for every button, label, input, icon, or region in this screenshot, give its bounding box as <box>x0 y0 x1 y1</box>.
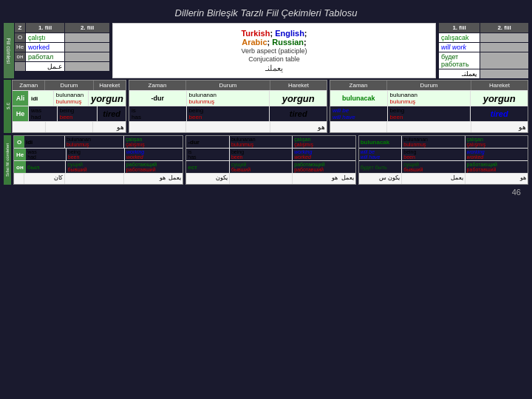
ali-person: Ali <box>13 91 29 106</box>
arabic-row-left <box>15 62 25 71</box>
ishas-row: is has being been tired <box>129 106 327 121</box>
right-2fiil-arab <box>480 69 528 78</box>
word-calistı: çalıştı <box>26 33 64 42</box>
arabic-subrow-2: هو <box>129 121 327 132</box>
2fiil-He <box>65 43 109 52</box>
right-willwork: will work <box>439 43 480 52</box>
english-label: English <box>275 29 304 38</box>
he-durum: being been <box>58 106 98 121</box>
col-2fiil-header: 2. fiil <box>65 23 109 33</box>
2fiil-arabic-left <box>65 62 109 71</box>
sifat-He-row: He washad being been working worked <box>14 149 183 161</box>
col-1fiil-header: 1. fiil <box>26 23 64 33</box>
word-worked: worked <box>26 43 64 52</box>
ali-hareket: yorgun <box>89 91 126 106</box>
sifat3-O-row: bulunacak bulunanan bulunmuş çalışan çal… <box>359 136 528 149</box>
sifat-O-row: O idi bulunanan bulunmuş çalışan çalışmı… <box>14 136 183 149</box>
right-budet: будет работать <box>439 52 480 69</box>
sifat-He-person: He <box>14 149 26 160</box>
right-2fiil-O <box>480 33 528 42</box>
person-O: O <box>15 33 25 42</box>
sifat-panel3: bulunacak bulunanan bulunmuş çalışan çal… <box>358 135 528 185</box>
sifat-label: Sıfat fiil cümleleri <box>4 135 11 185</box>
right-arabic-word: يعملنـ <box>439 69 480 78</box>
right-calisacak: çalışacak <box>439 33 480 42</box>
sifat-arabic-row1: كان يعمل هو <box>14 174 183 184</box>
ali-zaman: idi <box>29 91 54 106</box>
col-z-header: Z <box>15 23 25 33</box>
willbe-durum: being been <box>388 106 471 121</box>
russian-label: Russian <box>272 38 304 47</box>
person-on: он <box>15 52 25 61</box>
panel3-header: Zaman Durum Hareket <box>330 81 528 90</box>
ali-durum: bulunanan bulunmuş <box>54 91 89 106</box>
sifat-O-person: O <box>14 136 24 148</box>
dur-row: -dur bulunanan bulunmuş yorgun <box>129 90 327 106</box>
he-hareket: tired <box>98 106 126 121</box>
arabic-subrow-3: هو <box>330 121 528 132</box>
right-1fiil-header: 1. fiil <box>439 23 480 33</box>
sifat-on-row: он был сущий бывший работающий работавши… <box>14 161 183 174</box>
word-rabotal: работал <box>26 52 64 61</box>
right-2fiil-He <box>480 43 528 52</box>
he-zaman: was had <box>29 106 58 121</box>
sifat-panel1: O idi bulunanan bulunmuş çalışan çalışmı… <box>13 135 183 185</box>
conjucation-label: Conjucation table <box>119 55 429 63</box>
ishas-hareket: tired <box>270 106 327 121</box>
sifat2-O-row: -dur bulunanan bulunmuş çalışan çalışmış <box>186 136 355 149</box>
sifat3-He-row: will bewill have being been working work… <box>359 149 528 161</box>
panel2-header: Zaman Durum Hareket <box>129 81 327 90</box>
panel3: Zaman Durum Hareket bulunacak bulunanan … <box>330 80 528 133</box>
sifat-arabic-row3: يكون س يعمل هو <box>359 174 528 184</box>
arabic-subrow-1: هو <box>13 121 126 132</box>
he-person: He <box>13 106 29 121</box>
center-title: Turkish; English; Arabic; Russian; <box>119 29 429 47</box>
bulunacak-hareket: yorgun <box>471 91 528 106</box>
dur-durum: bulunanan bulunmuş <box>187 91 270 106</box>
ali-row: Ali idi bulunanan bulunmuş yorgun <box>13 90 126 106</box>
sifat-panel2: -dur bulunanan bulunmuş çalışan çalışmış… <box>185 135 355 185</box>
verb-aspect-label: Verb aspect (paticiple) <box>119 47 429 55</box>
willbe-row: will be will have being been tired <box>330 106 528 121</box>
arabic-center: يعملنـ <box>119 64 429 73</box>
fiil-cumlesi-label: Fiil cümlesi <box>4 23 14 78</box>
page-number: 46 <box>4 188 528 197</box>
he-row: He was had being been tired <box>13 106 126 121</box>
sc-label: s.c <box>4 80 11 133</box>
bulunacak-row: bulunacak bulunanan bulunmuş yorgun <box>330 90 528 106</box>
ishas-durum: being been <box>187 106 270 121</box>
panel1-header: Zaman Durum Hareket <box>13 81 126 90</box>
page-title: Dillerin Birleşik Tarzlı Fiil Çekimleri … <box>175 7 358 18</box>
sifat-arabic-row2: يكون يعمل هو <box>186 174 355 184</box>
willbe-hareket: tired <box>471 106 528 121</box>
2fiil-O <box>65 33 109 42</box>
sifat-on-person: он <box>14 161 26 173</box>
panel2: Zaman Durum Hareket -dur bulunanan bulun… <box>129 80 327 133</box>
arabic-word-left: عـمل <box>26 62 64 71</box>
person-He: He <box>15 43 25 52</box>
right-2fiil-on <box>480 52 528 69</box>
dur-hareket: yorgun <box>270 91 327 106</box>
2fiil-on <box>65 52 109 61</box>
sifat3-on-row: будет быть сущий бывший работающий работ… <box>359 161 528 174</box>
sifat2-He-row: ishas being been working worked <box>186 149 355 161</box>
sifat2-on-row: ест сущий бывший работающий работавший <box>186 161 355 174</box>
right-2fiil-header: 2. fiil <box>480 23 528 33</box>
arabic-label: Arabic <box>242 38 267 47</box>
turkish-label: Turkish <box>241 29 270 38</box>
bulunacak-durum: bulunanan bulunmuş <box>388 91 471 106</box>
